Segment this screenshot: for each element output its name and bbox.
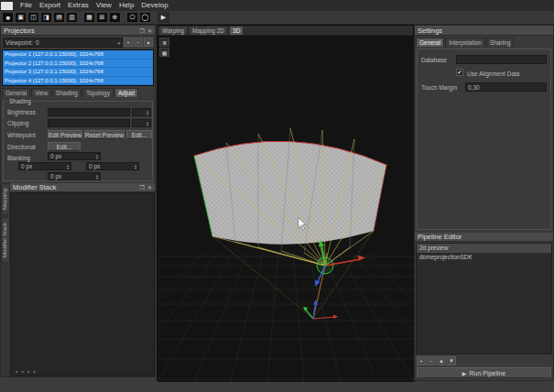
edit-preview-button[interactable]: Edit Preview: [48, 130, 82, 139]
float-icon[interactable]: ❐: [140, 27, 145, 34]
app-icon[interactable]: [1, 2, 13, 10]
grid-toggle-icon[interactable]: ▦: [159, 48, 169, 57]
polygon-icon[interactable]: ⬠: [126, 12, 138, 23]
float-icon[interactable]: ❐: [140, 184, 145, 191]
blanking-top-field[interactable]: 0 px ▴▾: [48, 152, 101, 160]
touch-margin-label: Touch Margin: [421, 84, 457, 91]
blanking-left-field[interactable]: 0 px ▴▾: [18, 162, 71, 170]
whitepoint-edit-button[interactable]: Edit...: [126, 130, 152, 139]
page-dot[interactable]: ●: [21, 369, 23, 374]
page-dot[interactable]: ●: [16, 369, 17, 374]
projector-list-item[interactable]: Projector 1 (127.0.0.1:15000), 1024x768: [3, 50, 153, 60]
tab-adjust[interactable]: Adjust: [114, 88, 138, 97]
layout-rows-icon[interactable]: ▤: [53, 12, 65, 23]
remove-viewpoint-button[interactable]: −: [134, 38, 143, 47]
brightness-label: Brightness: [7, 109, 36, 115]
tab-shading[interactable]: Shading: [52, 88, 81, 97]
viewpoint-menu-button[interactable]: ▾: [144, 38, 153, 47]
add-window-icon[interactable]: ⊞: [96, 12, 108, 23]
shading-group: Shading Brightness ▴▾ Clipping ▴▾ Whitep…: [3, 101, 153, 181]
pipeline-item[interactable]: domeprojectionSDK: [417, 253, 551, 262]
blanking-bottom-field[interactable]: 0 px ▴▾: [48, 172, 101, 180]
shading-group-label: Shading: [7, 98, 33, 104]
add-viewpoint-button[interactable]: +: [124, 38, 133, 47]
projector-list: Projector 1 (127.0.0.1:15000), 1024x768 …: [2, 49, 154, 86]
layout-split-h-icon[interactable]: ◫: [27, 12, 39, 23]
layout-single-icon[interactable]: ▣: [15, 12, 27, 23]
viewport: Warping Mapping 2D 3D ≣ ▦: [157, 25, 414, 381]
pipeline-move-up-button[interactable]: ▲: [437, 356, 446, 365]
layout-split-v-icon[interactable]: ◨: [40, 12, 52, 23]
menu-bar: File Export Extras View Help Develop: [0, 0, 554, 11]
brightness-slider[interactable]: [48, 108, 130, 116]
view-menu-icon[interactable]: ≣: [159, 38, 169, 47]
whitepoint-label: Whitepoint: [7, 132, 36, 138]
reset-preview-button[interactable]: Reset Preview: [84, 130, 125, 139]
menu-file[interactable]: File: [16, 0, 36, 11]
modifier-stack-list[interactable]: [10, 192, 155, 376]
database-field[interactable]: [456, 55, 547, 64]
tab-settings-sharing[interactable]: Sharing: [486, 38, 514, 47]
clipping-slider[interactable]: [48, 119, 130, 127]
touch-margin-value: 0,30: [468, 84, 480, 91]
blanking-label: Blanking: [7, 155, 30, 161]
page-dot[interactable]: ●: [27, 369, 29, 374]
close-icon[interactable]: ✕: [147, 27, 152, 34]
blanking-right-field[interactable]: 0 px ▴▾: [86, 162, 139, 170]
page-dot[interactable]: ●: [33, 369, 35, 374]
pipeline-remove-button[interactable]: −: [427, 356, 436, 365]
tab-3d[interactable]: 3D: [229, 26, 244, 35]
viewport-canvas[interactable]: [158, 26, 415, 382]
touch-margin-field[interactable]: 0,30: [465, 82, 547, 92]
tab-warping[interactable]: Warping: [158, 26, 188, 35]
tab-topology[interactable]: Topology: [82, 88, 114, 97]
projector-list-item[interactable]: Projector 4 (127.0.0.1:15000), 1024x768: [3, 77, 153, 86]
tab-mapping-2d[interactable]: Mapping 2D: [189, 26, 228, 35]
blanking-value: 0 px: [50, 173, 61, 180]
run-pipeline-button[interactable]: ▶ Run Pipeline: [417, 367, 551, 378]
modifier-stack-panel: Modifier Stack ❐ ✕ ● ● ● ●: [10, 183, 155, 376]
spin-down-icon[interactable]: ▾: [147, 113, 148, 115]
settings-header: Settings: [415, 26, 553, 36]
clipping-stepper[interactable]: ▴▾: [132, 119, 151, 127]
spin-down-icon[interactable]: ▾: [67, 167, 69, 169]
spin-down-icon[interactable]: ▾: [147, 124, 148, 126]
menu-export[interactable]: Export: [36, 0, 64, 11]
alignment-checkbox[interactable]: ✔: [456, 69, 463, 76]
brightness-stepper[interactable]: ▴▾: [132, 108, 151, 116]
pipeline-add-button[interactable]: +: [417, 356, 426, 365]
spin-down-icon[interactable]: ▾: [135, 167, 136, 169]
spin-down-icon[interactable]: ▾: [96, 177, 98, 180]
tab-general[interactable]: General: [2, 88, 30, 97]
menu-help[interactable]: Help: [115, 0, 137, 11]
viewport-tabs: Warping Mapping 2D 3D: [158, 26, 413, 36]
play-icon[interactable]: ▶: [158, 12, 169, 23]
pipeline-move-down-button[interactable]: ▼: [447, 356, 456, 365]
layout-columns-icon[interactable]: ▥: [66, 12, 78, 23]
tab-settings-general[interactable]: General: [416, 38, 444, 47]
tab-settings-interpolation[interactable]: Interpolation: [445, 38, 485, 47]
close-icon[interactable]: ✕: [147, 184, 152, 191]
circle-icon[interactable]: ◯: [139, 12, 151, 23]
menu-extras[interactable]: Extras: [64, 0, 92, 11]
spin-down-icon[interactable]: ▾: [96, 157, 98, 159]
directional-edit-button[interactable]: Edit...: [48, 142, 81, 151]
chevron-down-icon: ▾: [117, 40, 120, 46]
pipeline-item[interactable]: 2d preview: [417, 244, 551, 253]
clipping-label: Clipping: [7, 120, 29, 126]
pipeline-toolbar: + − ▲ ▼: [417, 356, 456, 365]
menu-view[interactable]: View: [92, 0, 115, 11]
layout-grid-icon[interactable]: ▦: [83, 12, 95, 23]
menu-develop[interactable]: Develop: [137, 0, 171, 11]
projector-list-item[interactable]: Projector 3 (127.0.0.1:15000), 1024x768: [3, 68, 153, 77]
projectors-title: Projectors: [4, 27, 35, 35]
projector-list-item[interactable]: Projector 2 (127.0.0.1:15000), 1024x768: [3, 60, 153, 69]
tab-view[interactable]: View: [31, 88, 51, 97]
crosshair-icon[interactable]: ⊕: [109, 12, 121, 23]
new-icon[interactable]: ■: [2, 12, 14, 23]
alignment-label: Use Alignment Data: [467, 71, 519, 77]
side-tab-mapping[interactable]: Mapping: [1, 183, 10, 215]
main-toolbar: ■ ▣ ◫ ◨ ▤ ▥ ▦ ⊞ ⊕ ⬠ ◯ ▶: [0, 11, 554, 25]
side-tab-modifier-stack[interactable]: Modifier Stack: [1, 217, 10, 263]
viewpoint-select[interactable]: Viewpoint: 0 ▾: [3, 38, 123, 48]
